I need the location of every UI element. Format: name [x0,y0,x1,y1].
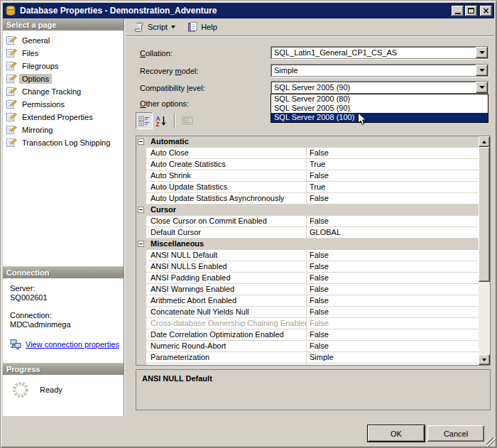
property-value[interactable]: False [307,250,479,261]
minimize-button[interactable] [452,6,464,16]
property-name[interactable]: ANSI Padding Enabled [146,273,307,284]
collapse-minus-icon[interactable] [138,207,144,213]
property-value[interactable]: True [307,159,479,170]
property-row-ansi-warnings-enabled[interactable]: ANSI Warnings Enabled False [136,284,479,295]
property-row-concatenate-null-yields-null[interactable]: Concatenate Null Yields Null False [136,307,479,318]
maximize-button[interactable] [465,6,477,16]
alphabetical-sort-icon: A Z [155,115,167,126]
property-value[interactable]: False [307,170,479,182]
ok-button[interactable]: OK [368,425,425,442]
category-row-miscellaneous[interactable]: Miscellaneous [136,239,479,250]
property-row-auto-close[interactable]: Auto Close False [136,148,479,159]
grid-vertical-scrollbar[interactable] [479,136,490,365]
property-row-numeric-round-abort[interactable]: Numeric Round-Abort False [136,341,479,352]
property-value[interactable]: False [307,273,479,284]
sidebar-item-files[interactable]: Files [3,47,124,60]
property-row-auto-create-statistics[interactable]: Auto Create Statistics True [136,159,479,170]
category-row-automatic[interactable]: Automatic [136,136,479,148]
dropdown-option-sql2008-highlighted[interactable]: SQL Server 2008 (100) [271,113,488,122]
property-row-close-cursor-on-commit[interactable]: Close Cursor on Commit Enabled False [136,216,479,227]
close-button[interactable]: × [480,6,492,16]
script-button[interactable]: Script [131,19,178,35]
property-name[interactable]: Auto Close [146,148,307,159]
sidebar-item-mirroring[interactable]: Mirroring [3,124,124,136]
property-name[interactable]: Numeric Round-Abort [146,341,307,352]
collation-combobox[interactable]: SQL_Latin1_General_CP1_CS_AS [271,46,488,59]
script-dropdown-arrow-icon[interactable] [171,26,175,28]
property-value[interactable]: False [307,261,479,273]
property-name[interactable]: Date Correlation Optimization Enabled [146,329,307,341]
property-value[interactable]: False [307,307,479,318]
property-name[interactable]: Auto Create Statistics [146,159,307,170]
scroll-down-button[interactable] [479,354,490,365]
resize-grip[interactable] [486,437,496,447]
sidebar-item-change-tracking[interactable]: Change Tracking [3,85,124,98]
help-button[interactable]: Help [184,19,220,35]
compatibility-level-combobox[interactable]: SQL Server 2005 (90) [271,81,488,94]
scrollbar-thumb[interactable] [479,147,490,282]
collapse-minus-icon[interactable] [138,138,144,145]
property-row-quoted-identifiers-clipped[interactable]: Quoted Identifiers Enabled False [136,364,479,365]
property-name[interactable]: Quoted Identifiers Enabled [146,364,307,365]
cancel-button[interactable]: Cancel [427,425,484,442]
property-value[interactable]: False [307,329,479,341]
view-connection-properties-link[interactable]: View connection properties [26,340,119,349]
left-column: Select a page General Files Filegroups O… [3,18,124,416]
property-name[interactable]: Concatenate Null Yields Null [146,307,307,318]
row-gutter [136,170,146,182]
property-value[interactable]: False [307,216,479,227]
property-row-auto-update-statistics-async[interactable]: Auto Update Statistics Asynchronously Fa… [136,193,479,204]
sidebar-item-general[interactable]: General [3,34,124,47]
property-value[interactable]: False [307,148,479,159]
alphabetical-sort-button[interactable]: A Z [153,112,170,129]
collapse-minus-icon[interactable] [138,241,144,247]
property-row-date-correlation-optimization[interactable]: Date Correlation Optimization Enabled Fa… [136,329,479,341]
property-value[interactable]: False [307,341,479,352]
property-name[interactable]: Auto Update Statistics Asynchronously [146,193,307,204]
property-row-auto-shrink[interactable]: Auto Shrink False [136,170,479,182]
dropdown-option-sql2005[interactable]: SQL Server 2005 (90) [271,104,488,113]
close-icon: × [482,7,489,15]
property-name[interactable]: ANSI Warnings Enabled [146,284,307,295]
recovery-dropdown-arrow-icon[interactable] [476,65,488,76]
property-name[interactable]: Auto Update Statistics [146,182,307,193]
property-row-ansi-nulls-enabled[interactable]: ANSI NULLS Enabled False [136,261,479,273]
property-value[interactable]: True [307,182,479,193]
sidebar-item-permissions[interactable]: Permissions [3,98,124,111]
property-value[interactable]: GLOBAL [307,227,479,239]
property-value[interactable]: False [307,193,479,204]
property-row-ansi-null-default[interactable]: ANSI NULL Default False [136,250,479,261]
scroll-up-button[interactable] [479,136,490,147]
property-row-auto-update-statistics[interactable]: Auto Update Statistics True [136,182,479,193]
options-property-grid[interactable]: Automatic Auto Close False Auto Create S… [136,136,491,366]
property-name[interactable]: Arithmetic Abort Enabled [146,295,307,307]
property-name[interactable]: ANSI NULLS Enabled [146,261,307,273]
property-value[interactable]: False [307,284,479,295]
sidebar-item-transaction-log-shipping[interactable]: Transaction Log Shipping [3,136,124,149]
property-value[interactable]: False [307,295,479,307]
property-row-ansi-padding-enabled[interactable]: ANSI Padding Enabled False [136,273,479,284]
dropdown-option-sql2000[interactable]: SQL Server 2000 (80) [271,94,488,104]
view-connection-properties[interactable]: View connection properties [10,339,124,350]
property-name[interactable]: ANSI NULL Default [146,250,307,261]
property-name[interactable]: Parameterization [146,352,307,364]
sidebar-item-filegroups[interactable]: Filegroups [3,60,124,72]
property-value[interactable]: False [307,364,479,365]
categorized-button[interactable] [136,112,153,129]
titlebar[interactable]: Database Properties - Demonstration_Adve… [3,3,494,18]
category-row-cursor[interactable]: Cursor [136,204,479,216]
property-row-default-cursor[interactable]: Default Cursor GLOBAL [136,227,479,239]
compatibility-dropdown-arrow-icon[interactable] [476,82,488,93]
collation-label: Collation: [140,49,173,58]
property-name[interactable]: Auto Shrink [146,170,307,182]
property-name[interactable]: Default Cursor [146,227,307,239]
collation-dropdown-arrow-icon[interactable] [476,47,488,58]
property-value[interactable]: Simple [307,352,479,364]
sidebar-item-options[interactable]: Options [3,72,124,85]
recovery-model-combobox[interactable]: Simple [271,64,488,77]
property-row-arithmetic-abort-enabled[interactable]: Arithmetic Abort Enabled False [136,295,479,307]
property-name[interactable]: Close Cursor on Commit Enabled [146,216,307,227]
sidebar-item-extended-properties[interactable]: Extended Properties [3,111,124,124]
property-row-parameterization[interactable]: Parameterization Simple [136,352,479,364]
scroll-down-icon [482,359,486,361]
